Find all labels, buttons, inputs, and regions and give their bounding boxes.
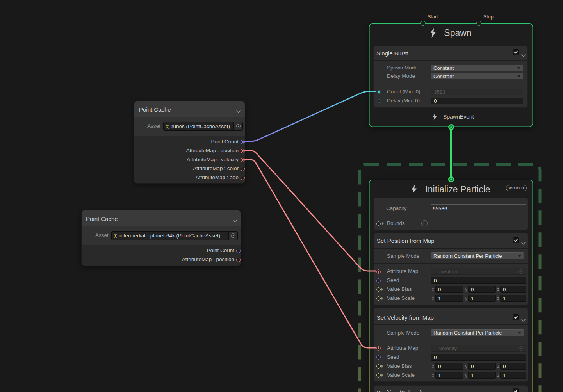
single-burst-chevron-icon[interactable] [521,52,526,59]
output-port-attributemap-age[interactable] [241,176,245,180]
block-enabled-checkbox[interactable] [513,388,519,392]
vfx-graph-canvas[interactable]: Point Cache Asset runes (PointCacheAsset… [0,0,563,392]
seed-input-port[interactable] [376,355,381,360]
value-bias-input-port[interactable] [376,287,381,292]
value-scale-input-port[interactable] [376,373,381,378]
value-bias-y: 0 [471,363,474,369]
delay-input-port[interactable] [377,99,381,103]
value-bias-expander-icon[interactable] [381,365,383,368]
count-value: 3583 [434,89,445,95]
count-field[interactable]: 3583 [431,89,523,95]
y-axis-label: y [465,287,467,292]
count-input-port[interactable] [377,90,381,94]
value-scale-label: Value Scale [387,372,415,378]
initialize-particle-context-node[interactable]: Initialize Particle WORLD Capacity 65536… [369,180,533,392]
value-scale-x-field[interactable]: 1 [435,372,463,379]
start-flow-label: Start [428,14,438,20]
value-scale-z: 1 [503,372,506,378]
value-bias-y-field[interactable]: 0 [468,286,496,293]
object-picker-button[interactable] [233,122,242,130]
value-scale-expander-icon[interactable] [381,374,383,377]
value-scale-z-field[interactable]: 1 [500,295,526,302]
asset-label: Asset [147,123,160,129]
value-scale-expander-icon[interactable] [381,297,383,300]
collapse-chevron-icon[interactable] [236,108,241,115]
output-port-attributemap-color[interactable] [241,167,245,171]
single-burst-checkbox[interactable] [513,49,519,55]
bounds-space-icon[interactable]: L [421,220,428,226]
spawn-mode-dropdown[interactable]: Constant [431,65,523,71]
pointcache-asset-icon [165,124,169,129]
seed-input-port[interactable] [376,278,381,283]
value-scale-y: 1 [471,296,474,301]
value-scale-x-field[interactable]: 1 [435,295,463,302]
check-icon [514,239,518,242]
world-space-badge[interactable]: WORLD [506,185,527,191]
value-bias-x-field[interactable]: 0 [435,363,463,370]
point-cache-1-header[interactable]: Point Cache [134,101,245,117]
single-burst-block[interactable]: Single Burst Spawn Mode Constant Delay M… [373,46,528,108]
attribute-map-label: Attribute Map [387,269,418,274]
attribute-map-field[interactable]: position [431,268,526,275]
output-port-point-count[interactable] [236,249,241,253]
spawn-mode-value: Constant [433,65,454,71]
point-cache-2-header[interactable]: Point Cache [82,210,241,226]
set-velocity-from-map-block[interactable]: Set Velocity from Map Sample Mode Random… [374,308,528,382]
set-position-from-map-block[interactable]: Set Position from Map Sample Mode Random… [374,233,528,305]
stop-flow-port[interactable] [476,21,481,26]
delay-mode-dropdown[interactable]: Constant [431,73,523,79]
block-chevron-icon[interactable] [521,316,526,323]
value-scale-y-field[interactable]: 1 [468,372,496,379]
value-bias-expander-icon[interactable] [381,288,383,291]
position-sphere-block[interactable]: Position (Sphere) [374,385,528,392]
output-port-attributemap-velocity[interactable] [241,158,245,162]
initialize-input-port[interactable] [448,176,454,182]
attribute-map-field[interactable]: velocity [431,345,526,352]
value-bias-z-field[interactable]: 0 [500,286,526,293]
value-scale-input-port[interactable] [376,296,381,301]
value-bias-input-port[interactable] [376,364,381,369]
capacity-field[interactable]: 65536 [431,204,526,212]
output-label-attributemap-color: AttributeMap : color [193,166,239,171]
output-label-attributemap-velocity: AttributeMap : velocity [187,157,239,162]
sample-mode-dropdown[interactable]: Random Constant Per Particle [431,329,524,336]
point-cache-node-1[interactable]: Point Cache Asset runes (PointCacheAsset… [134,101,245,184]
output-port-point-count[interactable] [241,140,245,144]
value-scale-z-field[interactable]: 1 [500,372,526,379]
point-cache-node-2[interactable]: Point Cache Asset intermediate-planet-64… [81,210,241,266]
value-bias-label: Value Bias [387,363,412,369]
sample-mode-dropdown[interactable]: Random Constant Per Particle [431,252,524,259]
point-cache-1-asset-row: Asset runes (PointCacheAsset) [134,117,245,136]
start-flow-port[interactable] [420,21,426,26]
pointcache-asset-icon [113,233,118,238]
value-scale-y-field[interactable]: 1 [468,295,496,302]
block-enabled-checkbox[interactable] [513,237,519,243]
divider [374,248,528,249]
asset-object-field[interactable]: runes (PointCacheAsset) [163,122,243,131]
attribute-map-input-port[interactable] [376,346,381,351]
count-label: Count (Min: 0) [387,89,420,94]
sample-mode-value: Random Constant Per Particle [433,253,502,259]
value-bias-y-field[interactable]: 0 [468,363,496,370]
asset-object-field[interactable]: intermediate-planet-64k (PointCacheAsset… [111,231,238,240]
value-bias-x-field[interactable]: 0 [435,286,463,293]
collapse-chevron-icon[interactable] [233,217,237,224]
block-chevron-icon[interactable] [521,239,526,246]
divider [374,83,527,83]
bounds-expander-icon[interactable] [382,222,384,225]
value-bias-z-field[interactable]: 0 [500,363,526,370]
output-label-point-count: Point Count [207,248,234,253]
spawn-context-node[interactable]: Start Stop Spawn Single Burst Spawn Mode… [369,23,533,127]
seed-field[interactable]: 0 [431,277,526,284]
delay-field[interactable]: 0 [431,98,523,104]
block-enabled-checkbox[interactable] [513,314,519,320]
spawnevent-output-port[interactable] [448,124,454,130]
seed-field[interactable]: 0 [431,354,526,361]
attribute-map-input-port[interactable] [376,269,381,274]
object-picker-button[interactable] [228,232,237,240]
bounds-input-port[interactable] [376,221,381,226]
output-port-attributemap-position[interactable] [241,149,245,153]
output-port-attributemap-position[interactable] [236,258,241,262]
divider [374,216,528,216]
spawnevent-bolt-icon [433,112,437,121]
